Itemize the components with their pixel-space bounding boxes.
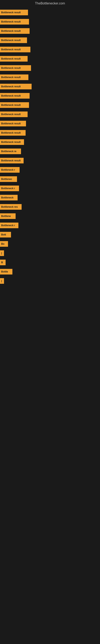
bottleneck-bar[interactable]: Bottlenec xyxy=(0,176,17,182)
bottleneck-bar[interactable]: Bottleneck result xyxy=(0,121,26,126)
bar-row: Bottleneck result xyxy=(0,26,100,36)
bottleneck-bar[interactable]: Bottleneck result xyxy=(0,84,32,89)
bar-row: Bottlene xyxy=(0,212,100,220)
bottleneck-bar[interactable]: Bottleneck result xyxy=(0,93,30,98)
bottleneck-bar[interactable]: Bottleneck result xyxy=(0,158,24,164)
bar-label: Bottleneck r xyxy=(1,224,15,227)
bar-label: Bottleneck result xyxy=(1,30,21,32)
bar-row: Bottleneck xyxy=(0,193,100,202)
bar-label: Bottle xyxy=(1,270,8,273)
bar-label: Bo xyxy=(1,242,4,245)
bar-row: Bottlenec xyxy=(0,175,100,184)
bottleneck-bar[interactable]: Bottleneck result xyxy=(0,10,28,15)
bar-label: | xyxy=(1,280,2,282)
bottleneck-bar[interactable]: Bott xyxy=(0,232,11,238)
bar-label: | xyxy=(1,252,2,254)
bar-label: Bottleneck result xyxy=(1,94,21,97)
bottleneck-bar[interactable]: Bottleneck r xyxy=(0,167,20,173)
bar-label: Bottleneck result xyxy=(1,48,21,51)
bar-row: Bottleneck result xyxy=(0,110,100,119)
bottleneck-bar[interactable]: | xyxy=(0,278,4,284)
bottleneck-bar[interactable]: Bo xyxy=(0,241,8,247)
bottleneck-bar[interactable]: Bottleneck result xyxy=(0,102,29,108)
bar-row: Bo xyxy=(0,240,100,248)
bottleneck-bar[interactable]: Bottleneck result xyxy=(0,47,30,52)
bar-label: Bottleneck result xyxy=(1,85,21,88)
bottleneck-bar[interactable]: Bottleneck result xyxy=(0,38,27,43)
bottleneck-bar[interactable]: Bottleneck result xyxy=(0,74,28,80)
bottleneck-bar[interactable]: Bottleneck r xyxy=(0,222,18,228)
bar-label: Bottleneck result xyxy=(1,104,21,106)
bottleneck-bar[interactable]: Bottleneck result xyxy=(0,28,30,34)
bar-row: Bottle xyxy=(0,267,100,276)
bottleneck-bar[interactable]: Bottleneck re xyxy=(0,148,21,154)
bar-label: Bottleneck result xyxy=(1,39,21,42)
bar-label: Bottleneck result xyxy=(1,76,21,79)
bar-label: Bottlene xyxy=(1,215,11,218)
bar-row: Bottleneck result xyxy=(0,100,100,110)
bottleneck-bar[interactable]: B xyxy=(0,260,6,265)
bar-label: B xyxy=(1,261,3,264)
bar-label: Bott xyxy=(1,233,6,236)
bar-label: Bottleneck result xyxy=(1,132,21,134)
bar-row: | xyxy=(0,276,100,285)
bottleneck-bar[interactable]: Bottle xyxy=(0,269,12,274)
bar-row: Bottleneck r xyxy=(0,221,100,230)
bar-label: Bottleneck result xyxy=(1,113,21,116)
bottleneck-bar[interactable]: Bottlene xyxy=(0,213,16,219)
bar-label: Bottleneck res xyxy=(1,206,18,208)
bar-label: Bottleneck re xyxy=(1,150,16,153)
bar-row: Bottleneck result xyxy=(0,36,100,45)
bar-row: Bottleneck result xyxy=(0,17,100,26)
bar-row: Bott xyxy=(0,230,100,239)
bottleneck-bar[interactable]: Bottleneck result xyxy=(0,56,28,62)
bar-label: Bottleneck r xyxy=(1,168,15,171)
bar-row: Bottleneck result xyxy=(0,54,100,63)
bar-label: Bottleneck result xyxy=(1,20,21,23)
bar-row: | xyxy=(0,249,100,258)
bar-row: Bottleneck result xyxy=(0,64,100,72)
bar-row: Bottleneck r xyxy=(0,184,100,193)
bar-row: B xyxy=(0,258,100,267)
bar-label: Bottleneck result xyxy=(1,11,21,14)
bar-row: Bottleneck result xyxy=(0,8,100,17)
bottleneck-bar[interactable]: | xyxy=(0,250,4,256)
bar-row: Bottleneck result xyxy=(0,82,100,91)
bar-label: Bottleneck result xyxy=(1,66,21,70)
bar-row: Bottleneck re xyxy=(0,147,100,156)
bottleneck-bar[interactable]: Bottleneck xyxy=(0,195,18,200)
bar-row: Bottleneck result xyxy=(0,138,100,146)
bar-label: Bottleneck xyxy=(1,196,13,199)
site-title-text: TheBottlenecker.com xyxy=(35,2,65,5)
bar-label: Bottleneck result xyxy=(1,122,21,125)
bottleneck-bar[interactable]: Bottleneck r xyxy=(0,186,19,191)
bar-row: Bottleneck result xyxy=(0,91,100,100)
bar-label: Bottleneck r xyxy=(1,187,15,190)
bottleneck-bar[interactable]: Bottleneck res xyxy=(0,204,22,210)
bar-row: Bottleneck result xyxy=(0,128,100,137)
bottleneck-bar[interactable]: Bottleneck result xyxy=(0,112,28,117)
bar-row: Bottleneck result xyxy=(0,45,100,54)
chart-area: Bottleneck resultBottleneck resultBottle… xyxy=(0,7,100,286)
bottleneck-bar[interactable]: Bottleneck result xyxy=(0,65,31,71)
bar-label: Bottleneck result xyxy=(1,159,21,162)
bar-row: Bottleneck result xyxy=(0,156,100,165)
bar-label: Bottleneck result xyxy=(1,57,21,60)
bar-row: Bottleneck result xyxy=(0,73,100,82)
bar-row: Bottleneck r xyxy=(0,166,100,174)
bar-label: Bottleneck result xyxy=(1,141,21,144)
bottleneck-bar[interactable]: Bottleneck result xyxy=(0,139,24,145)
bar-row: Bottleneck result xyxy=(0,119,100,128)
bottleneck-bar[interactable]: Bottleneck result xyxy=(0,19,29,24)
site-title: TheBottlenecker.com xyxy=(0,0,100,7)
bottleneck-bar[interactable]: Bottleneck result xyxy=(0,130,26,136)
bar-label: Bottlenec xyxy=(1,178,12,180)
bar-row: Bottleneck res xyxy=(0,202,100,211)
